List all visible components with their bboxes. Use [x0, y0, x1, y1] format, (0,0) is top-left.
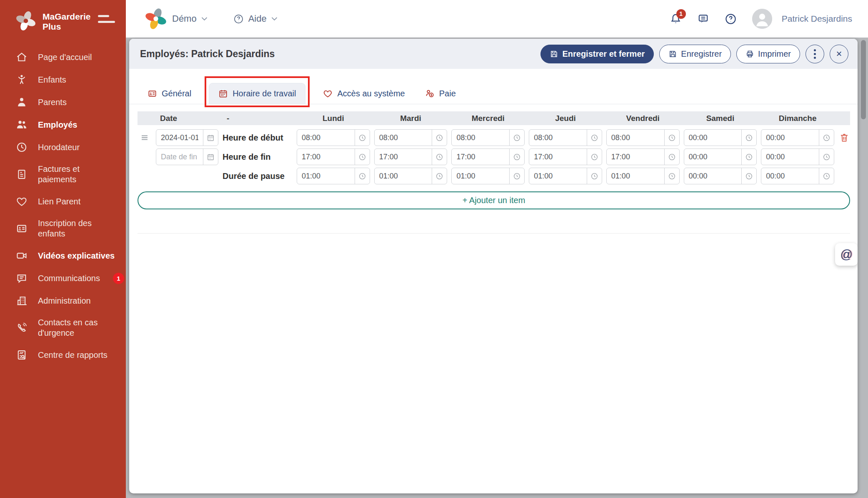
clock-icon[interactable] — [741, 149, 756, 165]
time-input-samedi-end[interactable] — [684, 149, 742, 165]
clock-icon[interactable] — [741, 130, 756, 146]
sidebar-item-communications[interactable]: Communications 1 — [0, 267, 126, 289]
print-button[interactable]: Imprimer — [736, 45, 800, 63]
time-input-jeudi-start[interactable] — [529, 130, 587, 146]
date-start-input[interactable] — [156, 130, 203, 146]
close-button[interactable]: × — [830, 45, 848, 63]
help-menu[interactable]: Aide — [233, 13, 278, 24]
schedule-header-row: Date - Lundi Mardi Mercredi Jeudi Vendre… — [138, 111, 850, 125]
user-avatar[interactable] — [752, 9, 772, 29]
clock-icon[interactable] — [432, 130, 447, 146]
date-end-input[interactable] — [156, 149, 203, 165]
time-input-mardi-end[interactable] — [375, 149, 432, 165]
sidebar-item-horodateur[interactable]: Horodateur — [0, 136, 126, 158]
col-mardi: Mardi — [374, 114, 448, 123]
clock-icon[interactable] — [664, 149, 679, 165]
clock-icon[interactable] — [432, 149, 447, 165]
clock-icon[interactable] — [819, 149, 834, 165]
hands-logo-icon — [144, 7, 168, 30]
tab-acces-au-systeme[interactable]: Accès au système — [320, 83, 407, 104]
sidebar-item-page-accueil[interactable]: Page d'accueil — [0, 46, 126, 68]
time-input-mardi-start[interactable] — [375, 130, 432, 146]
id-card-icon — [148, 89, 157, 98]
employee-panel: Employés: Patrick Desjardins Enregistrer… — [129, 39, 858, 493]
time-input-mardi-pause[interactable] — [375, 168, 432, 184]
chat-icon — [16, 272, 28, 284]
time-input-mercredi-end[interactable] — [452, 149, 509, 165]
time-input-dimanche-pause[interactable] — [761, 168, 819, 184]
user-name[interactable]: Patrick Desjardins — [782, 14, 852, 24]
time-input-lundi-end[interactable] — [297, 149, 355, 165]
time-input-vendredi-start[interactable] — [607, 130, 664, 146]
sidebar-item-videos[interactable]: Vidéos explicatives — [0, 244, 126, 267]
delete-row-trash-icon[interactable] — [838, 133, 850, 143]
clock-icon[interactable] — [355, 149, 370, 165]
vertical-scrollbar-thumb[interactable] — [861, 40, 866, 119]
tab-paie[interactable]: Paie — [423, 83, 458, 104]
clock-icon[interactable] — [509, 149, 524, 165]
sidebar-item-factures[interactable]: Factures et paiements — [0, 158, 126, 190]
clock-icon[interactable] — [741, 168, 756, 184]
org-selector[interactable]: Démo — [144, 7, 208, 30]
time-input-samedi-start[interactable] — [684, 130, 742, 146]
sidebar-nav: Page d'accueil Enfants Parents Employés … — [0, 46, 126, 366]
more-options-button[interactable] — [805, 45, 824, 63]
calendar-icon[interactable] — [203, 130, 218, 146]
add-item-button[interactable]: + Ajouter un item — [138, 191, 850, 209]
time-input-lundi-pause[interactable] — [297, 168, 355, 184]
clock-icon[interactable] — [587, 130, 602, 146]
time-input-mercredi-start[interactable] — [452, 130, 509, 146]
clock-icon[interactable] — [664, 168, 679, 184]
sidebar-item-administration[interactable]: Administration — [0, 289, 126, 312]
at-sign-contact-widget[interactable]: @ — [835, 243, 858, 266]
clock-icon[interactable] — [355, 168, 370, 184]
time-input-lundi-start[interactable] — [297, 130, 355, 146]
time-input-vendredi-end[interactable] — [607, 149, 664, 165]
save-button[interactable]: Enregistrer — [659, 45, 731, 63]
clock-icon[interactable] — [819, 130, 834, 146]
time-input-dimanche-start[interactable] — [761, 130, 819, 146]
notifications-bell-icon[interactable]: 1 — [670, 13, 682, 25]
topbar: Démo Aide 1 Patrick Desjardins — [126, 0, 868, 38]
sidebar-collapse-hamburger-icon[interactable] — [98, 10, 115, 23]
time-input-samedi-pause[interactable] — [684, 168, 742, 184]
sidebar-item-employes[interactable]: Employés — [0, 113, 126, 136]
sidebar-item-lien-parent[interactable]: Lien Parent — [0, 190, 126, 213]
time-input-vendredi-pause[interactable] — [607, 168, 664, 184]
drag-handle-icon[interactable] — [138, 133, 152, 142]
sidebar: MaGarderie Plus Page d'accueil Enfants P… — [0, 0, 126, 498]
tab-general[interactable]: Général — [145, 83, 194, 104]
sidebar-item-rapports[interactable]: Centre de rapports — [0, 344, 126, 366]
clock-icon[interactable] — [664, 130, 679, 146]
at-sign-icon: @ — [840, 248, 852, 262]
page-title: Employés: Patrick Desjardins — [140, 48, 275, 60]
clock-icon[interactable] — [355, 130, 370, 146]
sidebar-item-contacts-urgence[interactable]: Contacts en cas d'urgence — [0, 312, 126, 344]
clock-icon[interactable] — [819, 168, 834, 184]
time-input-mercredi-pause[interactable] — [452, 168, 509, 184]
help-circle-icon[interactable] — [725, 13, 737, 25]
clock-icon[interactable] — [509, 130, 524, 146]
sidebar-item-parents[interactable]: Parents — [0, 91, 126, 113]
employees-icon — [16, 119, 28, 131]
sidebar-item-inscription[interactable]: Inscription des enfants — [0, 213, 126, 244]
save-and-close-button[interactable]: Enregistrer et fermer — [540, 45, 654, 63]
col-mercredi: Mercredi — [451, 114, 525, 123]
floppy-disk-icon — [668, 50, 677, 58]
clock-icon[interactable] — [509, 168, 524, 184]
tab-horaire-de-travail[interactable]: Horaire de travail — [209, 83, 305, 104]
id-card-icon — [16, 223, 28, 234]
time-input-jeudi-end[interactable] — [529, 149, 587, 165]
time-input-jeudi-pause[interactable] — [529, 168, 587, 184]
messages-icon[interactable] — [697, 13, 709, 25]
sidebar-item-enfants[interactable]: Enfants — [0, 68, 126, 91]
notifications-count-badge: 1 — [676, 9, 686, 19]
chevron-down-icon — [201, 17, 208, 21]
calendar-icon[interactable] — [203, 149, 218, 165]
clock-icon[interactable] — [587, 168, 602, 184]
home-icon — [16, 51, 28, 63]
time-input-dimanche-end[interactable] — [761, 149, 819, 165]
clock-icon[interactable] — [587, 149, 602, 165]
schedule-row-end: Heure de fin — [138, 148, 850, 165]
clock-icon[interactable] — [432, 168, 447, 184]
